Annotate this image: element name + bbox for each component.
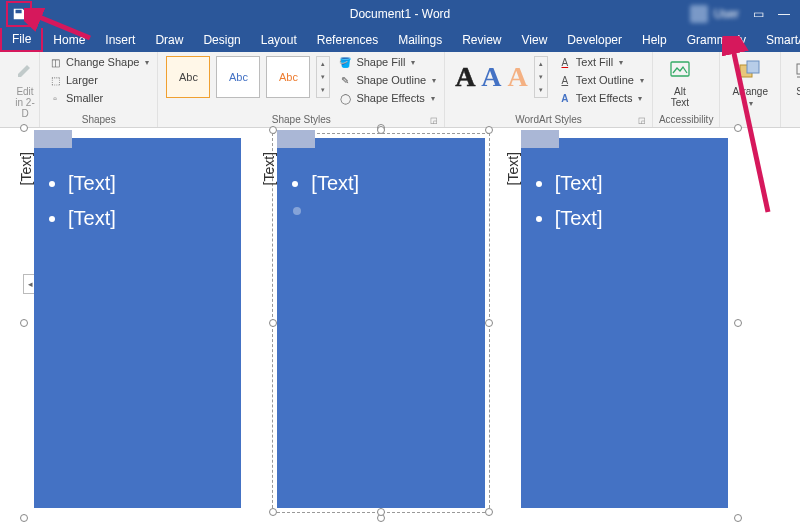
arrange-button[interactable]: Arrange▾ <box>726 54 774 110</box>
window-controls: User ▭ — <box>690 5 800 23</box>
text-outline-button[interactable]: A Text Outline▾ <box>556 72 646 88</box>
shape-effects-icon: ◯ <box>338 91 352 105</box>
shape-outline-button[interactable]: ✎ Shape Outline▾ <box>336 72 438 88</box>
svg-rect-0 <box>671 62 689 76</box>
smartart-shape-1[interactable]: [Text] [Text] [Text] <box>34 138 241 508</box>
group-edit2d: Edit in 2-D <box>0 52 40 127</box>
group-shapes: ◫ Change Shape▾ ⬚ Larger ▫ Smaller Shape… <box>40 52 158 127</box>
list-item[interactable]: [Text] <box>555 172 714 195</box>
shape-tab-icon <box>34 130 72 148</box>
tab-file[interactable]: File <box>0 28 43 52</box>
list-item[interactable]: [Text] <box>555 207 714 230</box>
group-accessibility: Alt Text Accessibility <box>653 52 720 127</box>
group-label-accessibility: Accessibility <box>659 112 713 127</box>
tab-layout[interactable]: Layout <box>251 28 307 52</box>
text-fill-icon: A <box>558 55 572 69</box>
alt-text-icon <box>669 56 691 84</box>
arrange-icon <box>738 56 762 84</box>
tab-help[interactable]: Help <box>632 28 677 52</box>
tab-mailings[interactable]: Mailings <box>388 28 452 52</box>
tab-review[interactable]: Review <box>452 28 511 52</box>
change-shape-button[interactable]: ◫ Change Shape▾ <box>46 54 151 70</box>
smaller-icon: ▫ <box>48 91 62 105</box>
wordart-style-2[interactable]: A <box>481 63 501 91</box>
alt-text-button[interactable]: Alt Text <box>659 54 701 110</box>
tab-smartart-design[interactable]: SmartArt Design <box>756 28 800 52</box>
save-icon <box>12 7 26 21</box>
text-effects-button[interactable]: A Text Effects▾ <box>556 90 646 106</box>
list-item[interactable]: [Text] <box>311 172 470 195</box>
shape-style-1[interactable]: Abc <box>166 56 210 98</box>
user-account[interactable]: User <box>690 5 739 23</box>
group-label-shape-styles: Shape Styles◲ <box>164 112 438 127</box>
group-shape-styles: Abc Abc Abc ▴▾▾ 🪣 Shape Fill▾ ✎ Shape Ou… <box>158 52 445 127</box>
text-outline-icon: A <box>558 73 572 87</box>
cursor-bullet-icon <box>293 207 301 215</box>
wordart-style-1[interactable]: A <box>455 63 475 91</box>
smartart-shape-2[interactable]: [Text] [Text] <box>277 138 484 508</box>
svg-rect-2 <box>747 61 759 73</box>
wordart-more-icon[interactable]: ▴▾▾ <box>534 56 548 98</box>
title-bar: Document1 - Word User ▭ — <box>0 0 800 28</box>
shape-tab-icon <box>521 130 559 148</box>
list-item[interactable]: [Text] <box>68 172 227 195</box>
smartart-container[interactable]: ◂ [Text] [Text] [Text] [Text] [Text] <box>24 128 738 518</box>
text-effects-icon: A <box>558 91 572 105</box>
dialog-launcher-icon[interactable]: ◲ <box>638 116 646 125</box>
wordart-style-3[interactable]: A <box>508 63 528 91</box>
list-item[interactable]: [Text] <box>68 207 227 230</box>
group-label-shapes: Shapes <box>46 112 151 127</box>
wordart-gallery[interactable]: A A A ▴▾▾ <box>451 54 552 100</box>
smartart-shapes: [Text] [Text] [Text] [Text] [Text] <box>28 132 734 514</box>
shape-outline-icon: ✎ <box>338 73 352 87</box>
tab-grammarly[interactable]: Grammarly <box>677 28 756 52</box>
document-canvas[interactable]: ◂ [Text] [Text] [Text] [Text] [Text] <box>0 128 800 531</box>
ribbon: Edit in 2-D ◫ Change Shape▾ ⬚ Larger ▫ S… <box>0 52 800 128</box>
size-button[interactable]: Size▾ <box>787 54 800 110</box>
shape-style-2[interactable]: Abc <box>216 56 260 98</box>
smartart-shape-3[interactable]: [Text] [Text] [Text] <box>521 138 728 508</box>
tab-developer[interactable]: Developer <box>557 28 632 52</box>
shape-style-gallery[interactable]: Abc Abc Abc ▴▾▾ <box>164 54 332 100</box>
ribbon-tabs: File Home Insert Draw Design Layout Refe… <box>0 28 800 52</box>
larger-button[interactable]: ⬚ Larger <box>46 72 151 88</box>
ribbon-options-icon[interactable]: ▭ <box>753 7 764 21</box>
shape-style-3[interactable]: Abc <box>266 56 310 98</box>
shape-effects-button[interactable]: ◯ Shape Effects▾ <box>336 90 438 106</box>
larger-icon: ⬚ <box>48 73 62 87</box>
minimize-button[interactable]: — <box>778 7 790 21</box>
tab-references[interactable]: References <box>307 28 388 52</box>
smaller-button[interactable]: ▫ Smaller <box>46 90 151 106</box>
document-title: Document1 - Word <box>350 7 450 21</box>
tab-draw[interactable]: Draw <box>145 28 193 52</box>
group-label-wordart: WordArt Styles◲ <box>451 112 646 127</box>
shape-title[interactable]: [Text] <box>505 152 521 185</box>
tab-home[interactable]: Home <box>43 28 95 52</box>
tab-view[interactable]: View <box>512 28 558 52</box>
gallery-more-icon[interactable]: ▴▾▾ <box>316 56 330 98</box>
size-icon <box>794 56 800 84</box>
group-arrange: Arrange▾ <box>720 52 781 127</box>
shape-fill-icon: 🪣 <box>338 55 352 69</box>
text-fill-button[interactable]: A Text Fill▾ <box>556 54 646 70</box>
group-size: Size▾ <box>781 52 800 127</box>
dialog-launcher-icon[interactable]: ◲ <box>430 116 438 125</box>
quick-access-toolbar <box>0 1 32 27</box>
shape-tab-icon <box>277 130 315 148</box>
shape-title[interactable]: [Text] <box>261 152 277 185</box>
edit-in-2d-button[interactable]: Edit in 2-D <box>6 54 44 121</box>
group-wordart-styles: A A A ▴▾▾ A Text Fill▾ A Text Outline▾ A… <box>445 52 653 127</box>
tab-design[interactable]: Design <box>193 28 250 52</box>
change-shape-icon: ◫ <box>48 55 62 69</box>
tab-insert[interactable]: Insert <box>95 28 145 52</box>
edit-2d-icon <box>15 56 35 84</box>
shape-title[interactable]: [Text] <box>18 152 34 185</box>
save-button[interactable] <box>6 1 32 27</box>
shape-fill-button[interactable]: 🪣 Shape Fill▾ <box>336 54 438 70</box>
